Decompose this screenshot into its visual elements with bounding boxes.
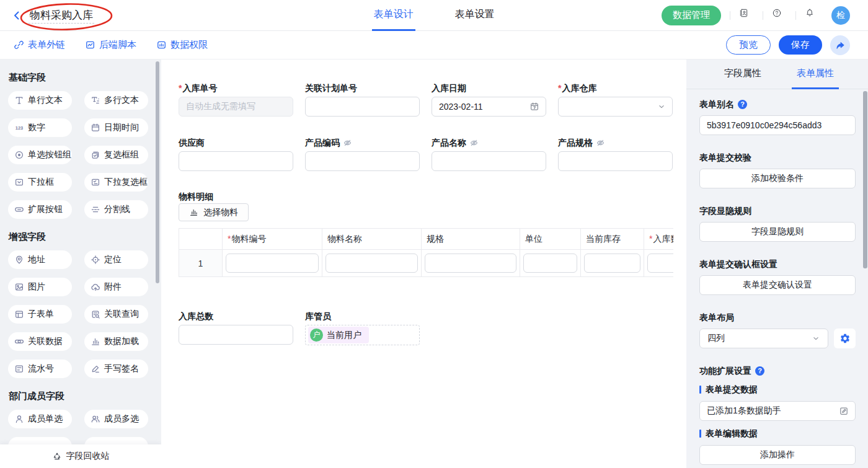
panel-button-表单提交确认设置[interactable]: 表单提交确认设置 [699, 275, 856, 295]
field-chip-成员多选[interactable]: 成员多选 [84, 410, 148, 428]
panel-button-添加校验条件[interactable]: 添加校验条件 [699, 169, 856, 188]
tab-表单设置[interactable]: 表单设置 [453, 0, 497, 31]
layout-settings-button[interactable] [834, 329, 856, 348]
share-button[interactable] [830, 35, 850, 55]
save-button[interactable]: 保存 [779, 35, 822, 55]
field-chip-扩展按钮[interactable]: 扩展按钮 [8, 200, 72, 219]
notification-bell-icon[interactable] [805, 8, 820, 23]
form-layout-select[interactable]: 四列 [699, 329, 828, 348]
contacts-book-icon[interactable] [739, 8, 754, 23]
form-field-入库仓库[interactable]: *入库仓库 [558, 82, 673, 117]
field-input[interactable] [305, 97, 420, 117]
field-chip-单选按钮组[interactable]: 单选按钮组 [8, 146, 72, 164]
form-title[interactable]: 物料采购入库 [29, 9, 94, 24]
field-chip-多行文本[interactable]: 多行文本 [84, 91, 148, 110]
cell-input[interactable] [226, 254, 319, 273]
help-circle-icon[interactable]: ? [755, 366, 764, 376]
field-chip-图片[interactable]: 图片 [8, 278, 72, 296]
form-field-库管员[interactable]: 库管员户当前用户 [305, 310, 420, 345]
field-input[interactable] [305, 151, 420, 171]
select-material-button[interactable]: 选择物料 [179, 203, 249, 221]
field-input[interactable] [179, 325, 293, 345]
form-field-入库单号[interactable]: *入库单号自动生成无需填写 [179, 82, 293, 117]
field-recycle-bin[interactable]: 字段回收站 [0, 444, 161, 468]
tab-表单设计[interactable]: 表单设计 [372, 0, 415, 31]
field-chip-日期时间[interactable]: 日期时间 [84, 118, 148, 137]
field-chip-下拉复选框[interactable]: 下拉复选框 [84, 173, 148, 192]
toolbar-link-后端脚本[interactable]: 后端脚本 [85, 39, 136, 51]
field-chip-复选框组[interactable]: 复选框组 [84, 146, 148, 164]
form-field-入库日期[interactable]: 入库日期2023-02-11 [432, 82, 546, 117]
cell-input[interactable] [523, 254, 577, 273]
field-chip-流水号[interactable]: 流水号 [8, 360, 72, 378]
field-input[interactable] [179, 151, 293, 171]
form-field-产品名称[interactable]: 产品名称 [432, 136, 546, 171]
panel-group-label: 表单提交校验 [699, 151, 856, 164]
field-chip-分割线[interactable]: 分割线 [84, 200, 148, 219]
field-date-input[interactable]: 2023-02-11 [432, 97, 546, 117]
subform-cell [581, 250, 644, 277]
form-alias-input[interactable]: 5b3917e0910c0e294c56add3 [699, 115, 856, 135]
panel-tabs: 字段属性表单属性 [686, 60, 868, 89]
subform-column-header: 当前库存 [581, 229, 644, 250]
toolbar-link-数据权限[interactable]: 数据权限 [156, 39, 208, 51]
field-chip-label: 单行文本 [28, 95, 63, 106]
panel-tab-表单属性[interactable]: 表单属性 [792, 60, 839, 89]
field-input[interactable] [432, 151, 546, 171]
field-chip-子表单[interactable]: 子表单 [8, 305, 72, 324]
field-chip-单行文本[interactable]: 单行文本 [8, 91, 72, 110]
cell-input[interactable] [326, 254, 418, 273]
sidebar-chip-grid: 单行文本多行文本123数字日期时间单选按钮组复选框组下拉框下拉复选框扩展按钮分割… [8, 91, 148, 219]
panel-group-label-text: 表单别名 [699, 98, 734, 110]
field-chip-label: 成员多选 [104, 413, 139, 425]
required-asterisk: * [558, 82, 561, 94]
member-field-box[interactable]: 户当前用户 [305, 325, 420, 345]
help-circle-icon[interactable]: ? [738, 100, 747, 109]
preview-button[interactable]: 预览 [726, 35, 771, 55]
form-field-产品规格[interactable]: 产品规格 [558, 136, 673, 171]
sidebar-scrollbar[interactable] [156, 61, 159, 283]
back-button[interactable] [11, 10, 22, 21]
field-chip-定位[interactable]: 定位 [84, 250, 148, 269]
panel-tab-字段属性[interactable]: 字段属性 [719, 60, 766, 89]
current-user-tag[interactable]: 户当前用户 [308, 327, 369, 343]
form-field-入库总数[interactable]: 入库总数 [179, 310, 293, 345]
panel-button-字段显隐规则[interactable]: 字段显隐规则 [699, 222, 856, 242]
field-chip-数字[interactable]: 123数字 [8, 118, 72, 137]
help-icon[interactable] [772, 8, 787, 23]
field-chip-关联查询[interactable]: 关联查询 [84, 305, 148, 324]
field-chip-label: 子表单 [28, 309, 54, 320]
field-label: 库管员 [305, 310, 420, 322]
field-input[interactable] [558, 151, 673, 171]
field-input[interactable]: 自动生成无需填写 [179, 97, 293, 117]
row-index-cell: 1 [179, 250, 223, 277]
panel-sub-label: 表单编辑数据 [699, 427, 856, 439]
cell-input[interactable] [584, 254, 640, 273]
form-field-关联计划单号[interactable]: 关联计划单号 [305, 82, 420, 117]
field-chip-地址[interactable]: 地址 [8, 250, 72, 269]
panel-button-添加操作[interactable]: 添加操作 [699, 445, 856, 465]
field-chip-手写签名[interactable]: 手写签名 [84, 360, 148, 378]
cell-input[interactable] [425, 254, 516, 273]
form-field-产品编码[interactable]: 产品编码 [305, 136, 420, 171]
text-cursor-icon [14, 95, 24, 105]
subform-section[interactable]: 物料明细选择物料*物料编号物料名称规格单位当前库存*入库数量1 [179, 190, 686, 277]
data-assistant-box[interactable]: 已添加1条数据助手 [699, 401, 856, 421]
field-select[interactable] [558, 97, 673, 117]
cell-input[interactable] [647, 254, 673, 273]
form-field-供应商[interactable]: 供应商 [179, 136, 293, 171]
field-chip-下拉框[interactable]: 下拉框 [8, 173, 72, 192]
field-chip-关联数据[interactable]: 关联数据 [8, 332, 72, 351]
data-manage-button[interactable]: 数据管理 [662, 6, 721, 25]
panel-group-表单别名: 表单别名?5b3917e0910c0e294c56add3 [699, 98, 856, 135]
properties-panel: 字段属性表单属性 表单别名?5b3917e0910c0e294c56add3表单… [686, 60, 868, 468]
user-avatar[interactable]: 检 [831, 6, 850, 25]
toolbar-link-表单外链[interactable]: 表单外链 [14, 39, 65, 51]
field-library-list: 基础字段单行文本多行文本123数字日期时间单选按钮组复选框组下拉框下拉复选框扩展… [0, 60, 161, 468]
bar-chart-icon [189, 208, 198, 217]
field-chip-数据加载[interactable]: 数据加载 [84, 332, 148, 351]
subform-icon [14, 309, 24, 319]
field-chip-附件[interactable]: 附件 [84, 278, 148, 296]
field-chip-成员单选[interactable]: 成员单选 [8, 410, 72, 428]
panel-scrollbar[interactable] [863, 91, 867, 268]
